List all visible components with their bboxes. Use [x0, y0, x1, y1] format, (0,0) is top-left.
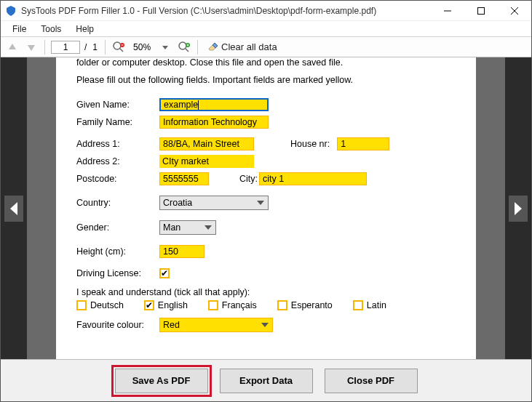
- svg-line-5: [120, 49, 123, 52]
- zoom-in-icon[interactable]: [177, 40, 191, 55]
- label-given-name: Given Name:: [76, 100, 152, 110]
- country-select[interactable]: Croatia: [159, 196, 269, 210]
- city-field[interactable]: city 1: [259, 172, 367, 185]
- svg-point-8: [179, 42, 186, 49]
- given-name-field[interactable]: example: [159, 98, 269, 111]
- text-caret: [198, 100, 199, 110]
- right-sidebar: [505, 57, 531, 359]
- chevron-down-icon: [256, 198, 265, 207]
- scroll-left-button[interactable]: [4, 196, 23, 222]
- family-name-field[interactable]: Information Technology: [159, 116, 269, 129]
- chevron-down-icon: [204, 223, 213, 232]
- label-languages: I speak and understand (tick all that ap…: [76, 287, 456, 297]
- checkbox-icon: [277, 300, 287, 310]
- lang-francais[interactable]: Français: [208, 300, 257, 310]
- arrow-up-icon[interactable]: [5, 40, 20, 55]
- left-sidebar: [1, 57, 27, 359]
- label-address-1: Address 1:: [76, 139, 152, 149]
- window-controls: [431, 1, 531, 20]
- help-text-1: folder or computer desktop. Close this f…: [76, 57, 456, 68]
- toolbar: / 1 50% Clear all data: [1, 37, 531, 57]
- page-viewport: folder or computer desktop. Close this f…: [27, 57, 505, 359]
- content-area: folder or computer desktop. Close this f…: [1, 57, 531, 359]
- eraser-icon: [207, 40, 218, 54]
- label-postcode: Postcode:: [76, 174, 152, 184]
- lang-english[interactable]: English: [144, 300, 188, 310]
- label-house-nr: House nr:: [290, 139, 330, 149]
- arrow-down-icon[interactable]: [24, 40, 39, 55]
- lang-deutsch[interactable]: Deutsch: [76, 300, 124, 310]
- zoom-out-icon[interactable]: [111, 40, 126, 55]
- menu-file[interactable]: File: [7, 23, 32, 36]
- page-number-input[interactable]: [51, 41, 80, 54]
- save-as-pdf-button[interactable]: Save As PDF: [115, 369, 208, 393]
- house-nr-field[interactable]: 1: [337, 137, 389, 150]
- driving-license-checkbox[interactable]: [159, 268, 170, 278]
- close-button[interactable]: [498, 1, 531, 20]
- help-text-2: Please fill out the following fields. Im…: [76, 75, 456, 85]
- separator: [105, 40, 106, 55]
- svg-rect-1: [478, 7, 485, 14]
- label-family-name: Family Name:: [76, 117, 152, 127]
- checkbox-icon: [353, 300, 363, 310]
- label-country: Country:: [76, 198, 152, 208]
- label-favourite-colour: Favourite colour:: [76, 320, 152, 330]
- maximize-button[interactable]: [464, 1, 498, 20]
- bottombar: Save As PDF Export Data Close PDF: [1, 359, 531, 401]
- page-total: 1: [91, 42, 99, 52]
- page-separator: /: [84, 42, 87, 52]
- zoom-dropdown-icon[interactable]: [158, 40, 172, 55]
- label-address-2: Address 2:: [76, 156, 152, 166]
- lang-latin[interactable]: Latin: [353, 300, 386, 310]
- label-city: City:: [239, 174, 258, 184]
- label-gender: Gender:: [76, 222, 152, 233]
- window-title: SysTools PDF Form Filler 1.0 - Full Vers…: [21, 6, 431, 16]
- menubar: File Tools Help: [1, 21, 531, 37]
- chevron-down-icon: [261, 321, 269, 329]
- pdf-page: folder or computer desktop. Close this f…: [56, 57, 476, 359]
- app-icon: [5, 5, 17, 17]
- favourite-colour-select[interactable]: Red: [159, 318, 273, 332]
- minimize-button[interactable]: [431, 1, 464, 20]
- separator: [197, 40, 198, 55]
- svg-line-9: [186, 49, 188, 52]
- checkbox-icon: [76, 300, 87, 310]
- menu-tools[interactable]: Tools: [35, 23, 67, 36]
- app-window: SysTools PDF Form Filler 1.0 - Full Vers…: [0, 0, 532, 402]
- scroll-right-button[interactable]: [509, 196, 528, 222]
- clear-all-data-label: Clear all data: [221, 41, 277, 52]
- gender-select[interactable]: Man: [159, 220, 216, 235]
- menu-help[interactable]: Help: [70, 23, 100, 36]
- zoom-level[interactable]: 50%: [130, 42, 154, 52]
- languages-row: Deutsch English Français Esperanto Latin: [76, 300, 456, 310]
- address-2-field[interactable]: CIty market: [159, 155, 254, 168]
- postcode-field[interactable]: 5555555: [159, 172, 209, 185]
- address-1-field[interactable]: 88/BA, Main Street: [159, 137, 254, 150]
- lang-esperanto[interactable]: Esperanto: [277, 300, 333, 310]
- clear-all-data-button[interactable]: Clear all data: [204, 40, 280, 54]
- label-height: Height (cm):: [76, 246, 152, 257]
- close-pdf-button[interactable]: Close PDF: [325, 369, 418, 393]
- height-field[interactable]: 150: [159, 245, 205, 258]
- svg-point-4: [114, 42, 121, 49]
- export-data-button[interactable]: Export Data: [220, 369, 313, 393]
- label-driving-license: Driving License:: [76, 268, 152, 278]
- separator: [44, 40, 45, 55]
- checkbox-icon: [144, 300, 154, 310]
- titlebar: SysTools PDF Form Filler 1.0 - Full Vers…: [1, 1, 531, 21]
- checkbox-icon: [208, 300, 218, 310]
